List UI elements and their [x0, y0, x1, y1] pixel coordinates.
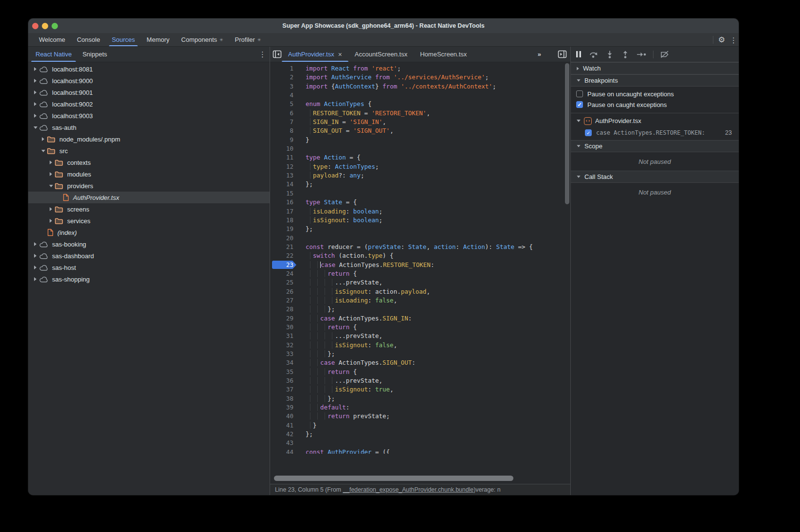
code-line[interactable]: 4: [270, 91, 570, 100]
code-line[interactable]: 13 payload?: any;: [270, 171, 570, 180]
section-call-stack[interactable]: Call Stack: [571, 171, 739, 183]
code-line[interactable]: 40 return prevState;: [270, 412, 570, 421]
line-number[interactable]: 16: [270, 198, 297, 207]
code-line[interactable]: 41 }: [270, 421, 570, 430]
step-out-button[interactable]: [621, 51, 630, 58]
expander-right-icon[interactable]: [48, 207, 54, 211]
expander-right-icon[interactable]: [32, 277, 38, 281]
tree-item-providers[interactable]: providers: [28, 180, 270, 192]
code-line[interactable]: 15: [270, 189, 570, 198]
main-tab-console[interactable]: Console: [71, 33, 106, 46]
line-number[interactable]: 14: [270, 180, 297, 189]
code-line[interactable]: 21const reducer = (prevState: State, act…: [270, 243, 570, 251]
line-number[interactable]: 13: [270, 171, 297, 180]
tree-item-sas-booking[interactable]: sas-booking: [28, 238, 270, 250]
breakpoint-enabled-checkbox[interactable]: [585, 129, 592, 136]
code-line[interactable]: 38 };: [270, 394, 570, 403]
section-scope[interactable]: Scope: [571, 140, 739, 152]
code-line[interactable]: 3import {AuthContext} from '../contexts/…: [270, 82, 570, 91]
code-line[interactable]: 14};: [270, 180, 570, 189]
code-line[interactable]: 18 isSignout: boolean;: [270, 216, 570, 225]
close-tab-icon[interactable]: ×: [338, 51, 342, 58]
tree-item-localhost-9002[interactable]: localhost:9002: [28, 98, 270, 110]
code-line[interactable]: 32 isSignout: false,: [270, 341, 570, 350]
line-number[interactable]: 26: [270, 287, 297, 296]
code-line[interactable]: 34 case ActionTypes.SIGN_OUT:: [270, 358, 570, 367]
line-number[interactable]: 43: [270, 439, 297, 447]
code-line[interactable]: 20: [270, 234, 570, 243]
code-line[interactable]: 5enum ActionTypes {: [270, 100, 570, 108]
pause-on-uncaught-row[interactable]: Pause on uncaught exceptions: [571, 89, 739, 99]
main-tab-sources[interactable]: Sources: [106, 33, 141, 46]
sidebar-kebab-icon[interactable]: ⋮: [259, 51, 264, 58]
toggle-debugger-panel-icon[interactable]: [558, 50, 567, 58]
line-number[interactable]: 28: [270, 305, 297, 314]
tree-item-sas-host[interactable]: sas-host: [28, 262, 270, 273]
expander-right-icon[interactable]: [32, 242, 38, 246]
code-line[interactable]: 12 type: ActionTypes;: [270, 162, 570, 171]
tree-item-src[interactable]: src: [28, 145, 270, 157]
code-line[interactable]: 2import AuthService from '../services/Au…: [270, 73, 570, 82]
line-number[interactable]: 40: [270, 412, 297, 421]
main-tab-welcome[interactable]: Welcome: [33, 33, 71, 46]
line-number[interactable]: 37: [270, 385, 297, 394]
expander-right-icon[interactable]: [32, 102, 38, 106]
code-line[interactable]: 25 ...prevState,: [270, 278, 570, 287]
code-line[interactable]: 6 RESTORE_TOKEN = 'RESTORE_TOKEN',: [270, 109, 570, 118]
line-number[interactable]: 24: [270, 269, 297, 278]
pause-on-caught-row[interactable]: Pause on caught exceptions: [571, 99, 739, 110]
tree-item-sas-auth[interactable]: sas-auth: [28, 122, 270, 133]
line-number[interactable]: 33: [270, 350, 297, 358]
step-button[interactable]: [636, 51, 647, 58]
line-number[interactable]: 42: [270, 430, 297, 439]
code-line[interactable]: 36 ...prevState,: [270, 376, 570, 385]
tree-item-modules[interactable]: modules: [28, 168, 270, 180]
line-number[interactable]: 8: [270, 126, 297, 135]
line-number[interactable]: 7: [270, 118, 297, 126]
code-line[interactable]: 37 isSignout: true,: [270, 385, 570, 394]
tree-item-node-modules-pnpm[interactable]: node_modules/.pnpm: [28, 133, 270, 145]
expander-right-icon[interactable]: [48, 160, 54, 164]
step-into-button[interactable]: [605, 51, 614, 58]
expander-right-icon[interactable]: [40, 137, 46, 141]
line-number[interactable]: 35: [270, 368, 297, 376]
code-line[interactable]: 17 isLoading: boolean;: [270, 207, 570, 216]
editor-tab-accountscreen.tsx[interactable]: AccountScreen.tsx: [348, 47, 414, 62]
tree-item-screens[interactable]: screens: [28, 203, 270, 215]
main-tab-components[interactable]: Components✳: [175, 33, 229, 46]
expander-right-icon[interactable]: [32, 79, 38, 83]
editor-horizontal-scrollbar[interactable]: [274, 476, 513, 481]
breakpoint-entry[interactable]: case ActionTypes.RESTORE_TOKEN: 23: [571, 127, 739, 139]
tree-item-contexts[interactable]: contexts: [28, 157, 270, 168]
tab-snippets[interactable]: Snippets: [77, 47, 112, 62]
editor-vertical-scrollbar[interactable]: [565, 63, 569, 204]
code-line[interactable]: 39 default:: [270, 403, 570, 412]
expander-right-icon[interactable]: [32, 67, 38, 71]
line-number[interactable]: 9: [270, 136, 297, 144]
expander-down-icon[interactable]: [40, 150, 46, 152]
tree-item-sas-shopping[interactable]: sas-shopping: [28, 273, 270, 285]
line-number[interactable]: 39: [270, 403, 297, 412]
line-number[interactable]: 21: [270, 243, 297, 251]
main-tab-memory[interactable]: Memory: [141, 33, 175, 46]
line-number[interactable]: 5: [270, 100, 297, 108]
line-number[interactable]: 3: [270, 82, 297, 91]
tree-item--index-[interactable]: (index): [28, 227, 270, 238]
pause-on-caught-checkbox[interactable]: [576, 101, 583, 108]
line-number[interactable]: 27: [270, 296, 297, 305]
line-number[interactable]: 41: [270, 421, 297, 430]
line-number[interactable]: 22: [270, 251, 297, 260]
code-line[interactable]: 33 };: [270, 350, 570, 358]
code-line[interactable]: 19};: [270, 225, 570, 233]
line-number[interactable]: 12: [270, 162, 297, 171]
code-line[interactable]: 44const AuthProvider = ({: [270, 448, 570, 454]
pause-script-button[interactable]: [575, 51, 582, 58]
main-tab-profiler[interactable]: Profiler✳: [229, 33, 267, 46]
hide-navigator-icon[interactable]: [273, 50, 282, 58]
tab-react-native[interactable]: React Native: [30, 47, 77, 62]
line-number[interactable]: 30: [270, 323, 297, 332]
line-number[interactable]: 11: [270, 153, 297, 162]
code-line[interactable]: 42};: [270, 430, 570, 439]
expander-down-icon[interactable]: [48, 185, 54, 187]
code-line[interactable]: 28 };: [270, 305, 570, 314]
